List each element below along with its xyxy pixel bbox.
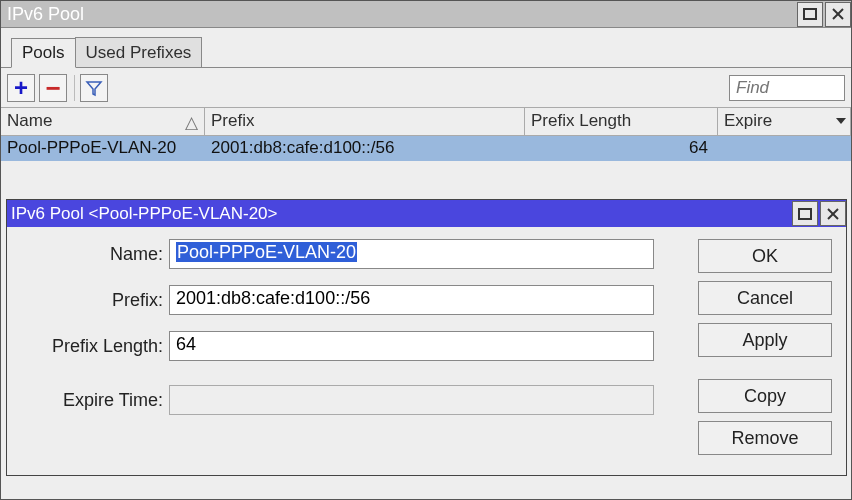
maximize-icon — [803, 8, 817, 20]
column-header-prefix-length[interactable]: Prefix Length — [525, 108, 718, 135]
button-label: Copy — [744, 386, 786, 407]
tab-label: Used Prefixes — [86, 43, 192, 63]
column-label: Name — [7, 111, 52, 130]
add-button[interactable]: + — [7, 74, 35, 102]
column-label: Expire — [724, 111, 772, 130]
prefix-field-value: 2001:db8:cafe:d100::/56 — [176, 288, 370, 308]
table-row[interactable]: Pool-PPPoE-VLAN-20 2001:db8:cafe:d100::/… — [1, 136, 851, 161]
dialog-maximize-button[interactable] — [792, 201, 818, 226]
remove-button[interactable]: Remove — [698, 421, 832, 455]
find-input[interactable] — [729, 75, 845, 101]
expire-time-field[interactable] — [169, 385, 654, 415]
cell-prefix-length: 64 — [525, 136, 718, 161]
toolbar: + − — [1, 68, 851, 108]
column-label: Prefix — [211, 111, 254, 130]
dialog-window: IPv6 Pool <Pool-PPPoE-VLAN-20> Name: Poo… — [6, 199, 847, 476]
form-row-prefix: Prefix: 2001:db8:cafe:d100::/56 — [17, 285, 676, 315]
tabs-row: Pools Used Prefixes — [1, 28, 851, 68]
button-label: Remove — [731, 428, 798, 449]
ok-button[interactable]: OK — [698, 239, 832, 273]
main-titlebar: IPv6 Pool — [1, 1, 851, 28]
form-row-expire-time: Expire Time: — [17, 385, 676, 415]
column-header-prefix[interactable]: Prefix — [205, 108, 525, 135]
plus-icon: + — [14, 76, 28, 100]
prefix-field[interactable]: 2001:db8:cafe:d100::/56 — [169, 285, 654, 315]
svg-rect-0 — [804, 9, 816, 19]
label-expire-time: Expire Time: — [17, 390, 169, 411]
sort-indicator-icon: △ — [185, 112, 198, 133]
dialog-title: IPv6 Pool <Pool-PPPoE-VLAN-20> — [7, 204, 790, 224]
tab-used-prefixes[interactable]: Used Prefixes — [75, 37, 203, 67]
funnel-icon — [85, 79, 103, 97]
dialog-titlebar-buttons — [790, 201, 846, 226]
column-header-name[interactable]: Name △ — [1, 108, 205, 135]
dialog-body: Name: Pool-PPPoE-VLAN-20 Prefix: 2001:db… — [7, 227, 846, 475]
maximize-icon — [798, 208, 812, 220]
name-field[interactable]: Pool-PPPoE-VLAN-20 — [169, 239, 654, 269]
svg-rect-4 — [799, 209, 811, 219]
label-prefix: Prefix: — [17, 290, 169, 311]
column-header-expire[interactable]: Expire — [718, 108, 851, 135]
label-name: Name: — [17, 244, 169, 265]
dialog-button-column: OK Cancel Apply Copy Remove — [698, 239, 832, 463]
cell-expire — [718, 136, 851, 161]
prefix-length-field[interactable]: 64 — [169, 331, 654, 361]
close-button[interactable] — [825, 2, 851, 27]
form-row-name: Name: Pool-PPPoE-VLAN-20 — [17, 239, 676, 269]
close-icon — [832, 8, 844, 20]
cell-prefix: 2001:db8:cafe:d100::/56 — [205, 136, 525, 161]
tab-pools[interactable]: Pools — [11, 38, 76, 68]
maximize-button[interactable] — [797, 2, 823, 27]
filter-button[interactable] — [80, 74, 108, 102]
toolbar-separator — [74, 75, 75, 101]
form-area: Name: Pool-PPPoE-VLAN-20 Prefix: 2001:db… — [17, 239, 676, 463]
remove-toolbar-button[interactable]: − — [39, 74, 67, 102]
dialog-titlebar: IPv6 Pool <Pool-PPPoE-VLAN-20> — [7, 200, 846, 227]
main-window: IPv6 Pool Pools Used Prefixes + − — [0, 0, 852, 500]
prefix-length-field-value: 64 — [176, 334, 196, 354]
tab-label: Pools — [22, 43, 65, 63]
cancel-button[interactable]: Cancel — [698, 281, 832, 315]
button-label: Cancel — [737, 288, 793, 309]
main-titlebar-buttons — [795, 2, 851, 27]
table-header: Name △ Prefix Prefix Length Expire — [1, 108, 851, 136]
copy-button[interactable]: Copy — [698, 379, 832, 413]
cell-name: Pool-PPPoE-VLAN-20 — [1, 136, 205, 161]
main-title: IPv6 Pool — [1, 4, 795, 25]
label-prefix-length: Prefix Length: — [17, 336, 169, 357]
close-icon — [827, 208, 839, 220]
dialog-close-button[interactable] — [820, 201, 846, 226]
name-field-value: Pool-PPPoE-VLAN-20 — [176, 242, 357, 262]
button-label: OK — [752, 246, 778, 267]
svg-marker-3 — [87, 82, 101, 95]
apply-button[interactable]: Apply — [698, 323, 832, 357]
form-row-prefix-length: Prefix Length: 64 — [17, 331, 676, 361]
button-label: Apply — [742, 330, 787, 351]
minus-icon: − — [45, 75, 60, 101]
column-label: Prefix Length — [531, 111, 631, 130]
